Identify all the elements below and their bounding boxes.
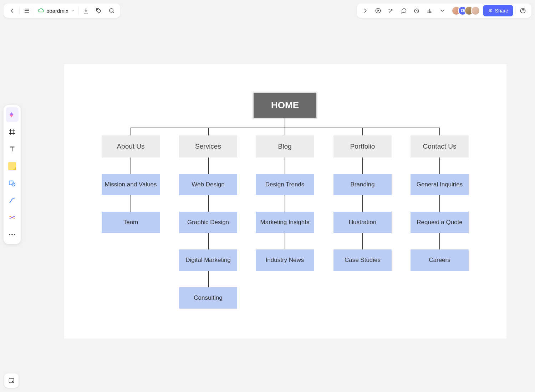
share-button[interactable]: Share [483, 5, 513, 16]
node-leaf[interactable]: Marketing Insights [256, 212, 314, 233]
document-title: boardmix [46, 8, 68, 14]
document-title-dropdown[interactable]: boardmix [35, 7, 78, 15]
node-category[interactable]: Blog [256, 135, 314, 158]
connector [362, 233, 363, 249]
connector [208, 233, 209, 249]
node-leaf[interactable]: Request a Quote [411, 212, 469, 233]
svg-point-8 [12, 183, 15, 186]
node-leaf[interactable]: Case Studies [333, 249, 392, 271]
connector [131, 128, 131, 135]
node-leaf[interactable]: Branding [333, 174, 392, 195]
sticky-note-icon [8, 162, 16, 170]
connector [208, 195, 209, 212]
chart-button[interactable] [423, 4, 436, 17]
select-tool[interactable] [6, 107, 19, 122]
more-tools-button[interactable] [436, 4, 449, 17]
download-button[interactable] [80, 4, 92, 17]
connector [285, 158, 285, 174]
connector [208, 271, 209, 287]
frame-tool[interactable] [6, 124, 19, 139]
connector [439, 158, 440, 174]
node-leaf[interactable]: Mission and Values [102, 174, 160, 195]
canvas[interactable]: HOME About Us Services Blog Portfolio Co… [64, 64, 506, 339]
connector [285, 195, 285, 212]
connector [362, 195, 363, 212]
text-tool[interactable] [6, 141, 19, 156]
play-button[interactable] [372, 4, 384, 17]
connector [362, 158, 363, 174]
timer-button[interactable] [410, 4, 423, 17]
help-button[interactable] [516, 4, 529, 17]
tag-button[interactable] [92, 4, 105, 17]
back-button[interactable] [6, 4, 19, 17]
connector [362, 128, 363, 135]
node-leaf[interactable]: Illustration [333, 212, 392, 233]
connector [439, 128, 440, 135]
svg-point-0 [97, 9, 98, 10]
pages-button[interactable] [4, 373, 19, 388]
chevron-right-button[interactable] [359, 4, 372, 17]
svg-point-6 [523, 12, 523, 12]
svg-point-1 [109, 9, 113, 12]
node-root[interactable]: HOME [254, 93, 316, 118]
svg-rect-9 [9, 378, 14, 383]
node-leaf[interactable]: Industry News [256, 249, 314, 271]
share-label: Share [495, 8, 508, 14]
node-category[interactable]: Contact Us [411, 135, 469, 158]
comment-button[interactable] [397, 4, 410, 17]
shape-tool[interactable] [6, 176, 19, 191]
node-leaf[interactable]: Graphic Design [179, 212, 237, 233]
connector [439, 233, 440, 249]
tool-palette [4, 105, 21, 244]
connector [208, 158, 209, 174]
node-category[interactable]: Services [179, 135, 237, 158]
connector [285, 128, 285, 135]
menu-button[interactable] [20, 4, 33, 17]
connector [131, 158, 131, 174]
connector [285, 233, 285, 249]
node-leaf[interactable]: Team [102, 212, 160, 233]
connector [208, 128, 209, 135]
connector-tool[interactable] [6, 210, 19, 225]
avatar [471, 6, 480, 15]
more-tools[interactable] [6, 227, 19, 242]
sticky-note-tool[interactable] [6, 159, 19, 174]
chevron-down-icon [71, 8, 75, 14]
node-leaf[interactable]: Consulting [179, 287, 237, 309]
node-leaf[interactable]: Digital Marketing [179, 249, 237, 271]
svg-point-4 [489, 9, 490, 11]
node-category[interactable]: Portfolio [333, 135, 392, 158]
node-leaf[interactable]: General Inquiries [411, 174, 469, 195]
sparkle-button[interactable] [384, 4, 397, 17]
cloud-icon [38, 7, 44, 15]
search-button[interactable] [105, 4, 118, 17]
collaborator-avatars[interactable]: O [452, 6, 480, 15]
node-leaf[interactable]: Careers [411, 249, 469, 271]
node-category[interactable]: About Us [102, 135, 160, 158]
node-leaf[interactable]: Design Trends [256, 174, 314, 195]
node-leaf[interactable]: Web Design [179, 174, 237, 195]
line-tool[interactable] [6, 193, 19, 208]
connector [131, 195, 131, 212]
connector [285, 118, 285, 128]
connector [439, 195, 440, 212]
